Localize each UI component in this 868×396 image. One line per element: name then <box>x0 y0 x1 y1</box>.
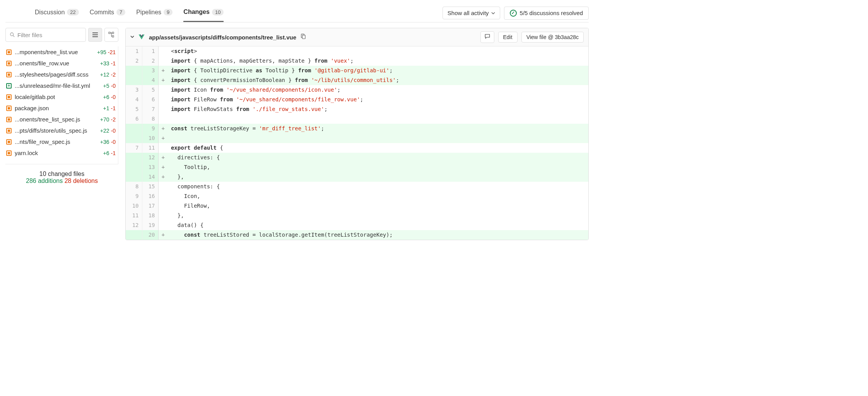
tab-discussion[interactable]: Discussion 22 <box>35 5 79 21</box>
view-file-button[interactable]: View file @ 3b3aa28c <box>521 32 584 43</box>
file-path: ...mponents/tree_list.vue <box>15 49 94 55</box>
tab-commits[interactable]: Commits 7 <box>90 5 125 21</box>
diff-line[interactable]: 9+const treeListStorageKey = 'mr_diff_tr… <box>126 124 588 133</box>
diff-code: FileRow, <box>168 201 588 211</box>
filter-placeholder: Filter files <box>17 32 42 38</box>
diff-line[interactable]: 1118 }, <box>126 211 588 220</box>
diff-line[interactable]: 46import FileRow from '~/vue_shared/comp… <box>126 95 588 104</box>
file-stats: +70 -2 <box>100 116 116 123</box>
changed-files-list: ...mponents/tree_list.vue+95 -21...onent… <box>5 46 118 164</box>
file-path: yarn.lock <box>15 150 100 156</box>
diff-line[interactable]: 68 <box>126 114 588 124</box>
old-line-number <box>126 66 142 75</box>
new-line-number: 19 <box>142 220 158 230</box>
old-line-number: 2 <box>126 56 142 66</box>
search-icon <box>10 32 15 38</box>
diff-line[interactable]: 1219 data() { <box>126 220 588 230</box>
comment-button[interactable] <box>480 31 494 43</box>
diff-line[interactable]: 3+import { TooltipDirective as Tooltip }… <box>126 66 588 75</box>
diff-line[interactable]: 10+ <box>126 133 588 143</box>
file-item[interactable]: ...onents/tree_list_spec.js+70 -2 <box>5 114 118 125</box>
diff-line[interactable]: 13+ Tooltip, <box>126 162 588 172</box>
activity-filter-dropdown[interactable]: Show all activity <box>443 7 500 19</box>
tab-pipelines[interactable]: Pipelines 9 <box>136 5 173 21</box>
new-line-number: 11 <box>142 143 158 153</box>
new-line-number: 9 <box>142 124 158 133</box>
diff-file-header: app/assets/javascripts/diffs/components/… <box>126 28 588 46</box>
tree-view-button[interactable] <box>104 28 118 42</box>
file-added-icon: + <box>6 83 12 89</box>
diff-sign <box>158 85 168 95</box>
old-line-number: 12 <box>126 220 142 230</box>
file-item[interactable]: ...onents/file_row.vue+33 -1 <box>5 58 118 69</box>
diff-line[interactable]: 14+ }, <box>126 172 588 182</box>
diff-line[interactable]: 1017 FileRow, <box>126 201 588 211</box>
activity-label: Show all activity <box>448 10 489 16</box>
diff-sign <box>158 182 168 191</box>
diff-code <box>168 114 588 124</box>
diff-line[interactable]: 711export default { <box>126 143 588 153</box>
file-item[interactable]: +...s/unreleased/mr-file-list.yml+5 -0 <box>5 80 118 91</box>
copy-path-button[interactable] <box>300 34 306 41</box>
tab-label: Discussion <box>35 9 65 16</box>
diff-line[interactable]: 11<script> <box>126 46 588 56</box>
diff-sign <box>158 220 168 230</box>
diff-line[interactable]: 916 Icon, <box>126 191 588 201</box>
diff-code: Icon, <box>168 191 588 201</box>
file-item[interactable]: ...stylesheets/pages/diff.scss+12 -2 <box>5 69 118 80</box>
diff-sign <box>158 114 168 124</box>
old-line-number: 1 <box>126 46 142 56</box>
file-item[interactable]: ...nts/file_row_spec.js+36 -0 <box>5 136 118 147</box>
diff-code: <script> <box>168 46 588 56</box>
file-stats: +36 -0 <box>100 139 116 145</box>
diff-line[interactable]: 57import FileRowStats from './file_row_s… <box>126 104 588 114</box>
collapse-toggle[interactable] <box>130 34 134 40</box>
diff-line[interactable]: 12+ directives: { <box>126 153 588 162</box>
file-modified-icon <box>6 150 12 156</box>
file-modified-icon <box>6 94 12 100</box>
diff-line[interactable]: 20+ const treeListStored = localStorage.… <box>126 230 588 240</box>
svg-rect-7 <box>112 36 114 37</box>
file-stats: +33 -1 <box>100 60 116 67</box>
tab-label: Commits <box>90 9 114 16</box>
tab-changes[interactable]: Changes 10 <box>183 5 224 22</box>
diff-line[interactable]: 815 components: { <box>126 182 588 191</box>
diff-code: export default { <box>168 143 588 153</box>
diff-line[interactable]: 22import { mapActions, mapGetters, mapSt… <box>126 56 588 66</box>
vue-file-icon <box>138 34 145 41</box>
file-item[interactable]: ...pts/diffs/store/utils_spec.js+22 -0 <box>5 125 118 136</box>
new-line-number: 7 <box>142 104 158 114</box>
file-item[interactable]: package.json+1 -1 <box>5 102 118 114</box>
diff-sign <box>158 191 168 201</box>
new-line-number: 10 <box>142 133 158 143</box>
diff-sign: + <box>158 133 168 143</box>
old-line-number <box>126 162 142 172</box>
diff-line[interactable]: 35import Icon from '~/vue_shared/compone… <box>126 85 588 95</box>
diff-table: 11<script>22import { mapActions, mapGett… <box>126 46 588 240</box>
diff-code: }, <box>168 172 588 182</box>
diff-sign <box>158 56 168 66</box>
copy-icon <box>300 34 306 39</box>
diff-sign: + <box>158 162 168 172</box>
list-view-button[interactable] <box>88 28 102 42</box>
summary-deletions: 28 deletions <box>65 178 98 184</box>
file-item[interactable]: ...mponents/tree_list.vue+95 -21 <box>5 46 118 58</box>
old-line-number <box>126 153 142 162</box>
filter-files-input[interactable]: Filter files <box>5 28 86 42</box>
diff-sign <box>158 143 168 153</box>
summary-additions: 286 additions <box>26 178 63 184</box>
file-stats: +95 -21 <box>97 49 116 55</box>
diff-sign: + <box>158 75 168 85</box>
file-path: ...onents/file_row.vue <box>15 60 97 67</box>
svg-rect-9 <box>302 35 306 39</box>
tab-badge: 7 <box>116 9 125 15</box>
diff-code: import FileRowStats from './file_row_sta… <box>168 104 588 114</box>
edit-button[interactable]: Edit <box>498 32 518 43</box>
old-line-number: 5 <box>126 104 142 114</box>
file-modified-icon <box>6 117 12 122</box>
file-item[interactable]: yarn.lock+6 -1 <box>5 147 118 159</box>
chevron-down-icon <box>491 11 495 15</box>
file-item[interactable]: locale/gitlab.pot+6 -0 <box>5 91 118 102</box>
diff-line[interactable]: 4+import { convertPermissionToBoolean } … <box>126 75 588 85</box>
diff-file-path: app/assets/javascripts/diffs/components/… <box>149 34 296 41</box>
